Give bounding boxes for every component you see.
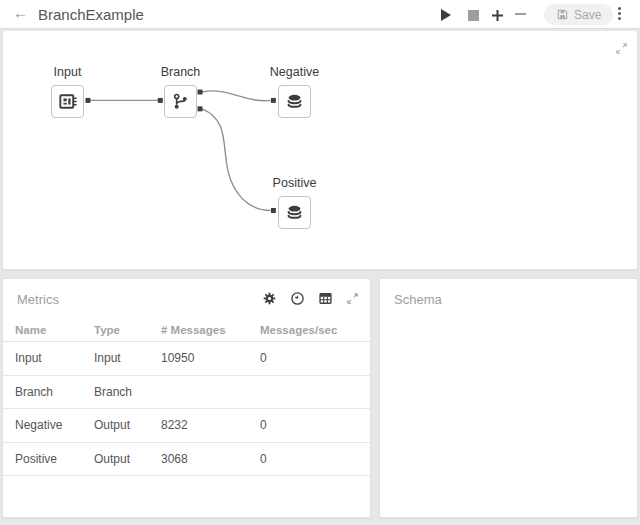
col-header-name: Name bbox=[15, 324, 94, 336]
table-row[interactable]: Input Input 10950 0 bbox=[3, 342, 370, 376]
cell-name: Branch bbox=[15, 385, 94, 399]
node-branch[interactable]: Branch bbox=[164, 85, 197, 118]
history-icon[interactable] bbox=[290, 291, 305, 306]
database-icon bbox=[284, 202, 305, 223]
cell-type: Input bbox=[94, 351, 161, 365]
floppy-icon bbox=[556, 8, 569, 21]
schema-panel: Schema bbox=[379, 278, 638, 518]
node-input[interactable]: Input bbox=[51, 85, 84, 118]
schema-title: Schema bbox=[394, 292, 442, 307]
branch-icon bbox=[170, 91, 191, 112]
settings-icon[interactable] bbox=[262, 291, 277, 306]
plus-icon bbox=[491, 9, 504, 22]
expand-metrics-icon[interactable] bbox=[346, 292, 359, 305]
save-button-label: Save bbox=[574, 8, 601, 22]
metrics-table-header: Name Type # Messages Messages/sec bbox=[3, 319, 370, 342]
col-header-messages-per-sec: Messages/sec bbox=[260, 324, 370, 336]
back-icon[interactable]: ← bbox=[13, 4, 28, 21]
cell-name: Input bbox=[15, 351, 94, 365]
database-icon bbox=[284, 91, 305, 112]
cell-messages: 8232 bbox=[161, 418, 260, 432]
cell-messages-per-sec: 0 bbox=[260, 418, 370, 432]
col-header-messages: # Messages bbox=[161, 324, 260, 336]
col-header-type: Type bbox=[94, 324, 161, 336]
cell-name: Negative bbox=[15, 418, 94, 432]
cell-messages-per-sec: 0 bbox=[260, 452, 370, 466]
top-bar: ← BranchExample Save bbox=[0, 0, 640, 29]
cell-name: Positive bbox=[15, 452, 94, 466]
cell-messages: 3068 bbox=[161, 452, 260, 466]
node-negative[interactable]: Negative bbox=[278, 85, 311, 118]
cell-messages: 10950 bbox=[161, 351, 260, 365]
pipeline-edges bbox=[3, 31, 637, 269]
cell-type: Output bbox=[94, 418, 161, 432]
cell-type: Branch bbox=[94, 385, 161, 399]
table-row[interactable]: Positive Output 3068 0 bbox=[3, 443, 370, 477]
metrics-title: Metrics bbox=[17, 292, 59, 307]
metrics-table: Name Type # Messages Messages/sec Input … bbox=[3, 319, 370, 476]
table-icon[interactable] bbox=[318, 291, 333, 306]
table-row[interactable]: Negative Output 8232 0 bbox=[3, 409, 370, 443]
more-menu-button[interactable] bbox=[613, 7, 625, 20]
save-button[interactable]: Save bbox=[544, 4, 613, 25]
metrics-panel: Metrics bbox=[2, 278, 371, 518]
table-row[interactable]: Branch Branch bbox=[3, 376, 370, 410]
pipeline-graph: Input Branch bbox=[3, 31, 637, 269]
cell-messages-per-sec: 0 bbox=[260, 351, 370, 365]
play-button[interactable] bbox=[441, 9, 451, 21]
pipeline-canvas: Input Branch bbox=[2, 30, 638, 270]
cell-type: Output bbox=[94, 452, 161, 466]
input-window-icon bbox=[57, 91, 78, 112]
zoom-out-button[interactable] bbox=[515, 13, 526, 15]
stop-button[interactable] bbox=[468, 10, 479, 21]
metrics-toolbar bbox=[262, 291, 359, 306]
page-title: BranchExample bbox=[38, 6, 144, 23]
zoom-in-button[interactable] bbox=[491, 8, 504, 26]
node-positive[interactable]: Positive bbox=[278, 196, 311, 229]
